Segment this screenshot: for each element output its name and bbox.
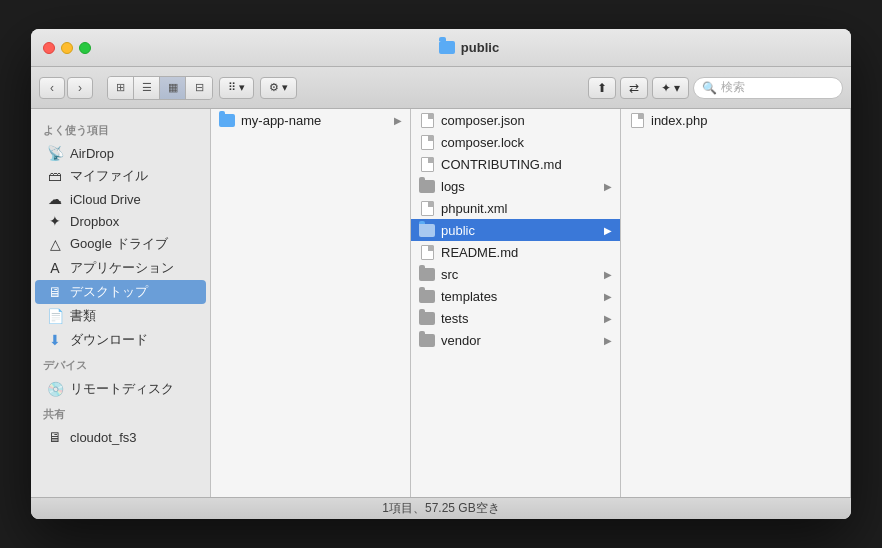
file-item-tests[interactable]: tests ▶ xyxy=(411,307,620,329)
desktop-icon: 🖥 xyxy=(47,284,63,300)
airdrop-icon: 📡 xyxy=(47,145,63,161)
file-item-index-php[interactable]: index.php xyxy=(621,109,850,131)
maximize-button[interactable] xyxy=(79,42,91,54)
folder-icon xyxy=(419,223,435,237)
arrow-icon: ▶ xyxy=(604,291,612,302)
file-pane-1: my-app-name ▶ xyxy=(211,109,411,497)
sidebar-item-label: AirDrop xyxy=(70,146,114,161)
arrow-icon: ▶ xyxy=(604,335,612,346)
file-item-templates[interactable]: templates ▶ xyxy=(411,285,620,307)
dropbox-button[interactable]: ✦ ▾ xyxy=(652,77,689,99)
arrow-icon: ▶ xyxy=(394,115,402,126)
file-pane-2: composer.json composer.lock CONTRIBUTING… xyxy=(411,109,621,497)
sidebar-item-label: cloudot_fs3 xyxy=(70,430,137,445)
window-title: public xyxy=(99,40,839,55)
action-button[interactable]: ⚙ ▾ xyxy=(260,77,297,99)
shared-icon: 🖥 xyxy=(47,429,63,445)
file-item-src[interactable]: src ▶ xyxy=(411,263,620,285)
sidebar-item-label: iCloud Drive xyxy=(70,192,141,207)
remotedisk-icon: 💿 xyxy=(47,381,63,397)
folder-icon xyxy=(219,113,235,127)
sidebar: よく使う項目 📡 AirDrop 🗃 マイファイル ☁ iCloud Drive… xyxy=(31,109,211,497)
file-pane-3: index.php xyxy=(621,109,851,497)
file-item-phpunit[interactable]: phpunit.xml xyxy=(411,197,620,219)
arrange-icon: ⠿ xyxy=(228,81,236,94)
file-item-composer-lock[interactable]: composer.lock xyxy=(411,131,620,153)
file-item-contributing[interactable]: CONTRIBUTING.md xyxy=(411,153,620,175)
titlebar: public xyxy=(31,29,851,67)
file-item-public[interactable]: public ▶ xyxy=(411,219,620,241)
search-box[interactable]: 🔍 検索 xyxy=(693,77,843,99)
traffic-lights xyxy=(43,42,91,54)
dropbox-chevron: ▾ xyxy=(674,81,680,95)
file-item-readme[interactable]: README.md xyxy=(411,241,620,263)
nav-buttons: ‹ › xyxy=(39,77,93,99)
doc-icon xyxy=(419,245,435,259)
dropbox-sidebar-icon: ✦ xyxy=(47,213,63,229)
sidebar-item-cloudot[interactable]: 🖥 cloudot_fs3 xyxy=(35,426,206,448)
sidebar-section-devices-header: デバイス xyxy=(31,352,210,377)
close-button[interactable] xyxy=(43,42,55,54)
folder-icon xyxy=(419,333,435,347)
sidebar-item-googledrive[interactable]: △ Google ドライブ xyxy=(35,232,206,256)
sidebar-item-documents[interactable]: 📄 書類 xyxy=(35,304,206,328)
toolbar: ‹ › ⊞ ☰ ▦ ⊟ ⠿ ▾ ⚙ ▾ ⬆ ⇄ ✦ ▾ xyxy=(31,67,851,109)
icon-view-button[interactable]: ⊞ xyxy=(108,77,134,99)
sidebar-item-icloud[interactable]: ☁ iCloud Drive xyxy=(35,188,206,210)
sidebar-item-label: 書類 xyxy=(70,307,96,325)
documents-icon: 📄 xyxy=(47,308,63,324)
sidebar-item-myfiles[interactable]: 🗃 マイファイル xyxy=(35,164,206,188)
arrange-button[interactable]: ⠿ ▾ xyxy=(219,77,254,99)
sidebar-item-label: Google ドライブ xyxy=(70,235,168,253)
folder-icon xyxy=(419,289,435,303)
sidebar-item-label: リモートディスク xyxy=(70,380,174,398)
share-button[interactable]: ⬆ xyxy=(588,77,616,99)
doc-icon xyxy=(419,135,435,149)
sidebar-item-airdrop[interactable]: 📡 AirDrop xyxy=(35,142,206,164)
arrow-icon: ▶ xyxy=(604,181,612,192)
arrange-chevron: ▾ xyxy=(239,81,245,94)
folder-icon xyxy=(419,267,435,281)
arrow-icon: ▶ xyxy=(604,313,612,324)
arrow-icon: ▶ xyxy=(604,225,612,236)
share-area: ⬆ ⇄ ✦ ▾ 🔍 検索 xyxy=(588,77,843,99)
doc-icon xyxy=(419,157,435,171)
file-item-vendor[interactable]: vendor ▶ xyxy=(411,329,620,351)
file-item-myappname[interactable]: my-app-name ▶ xyxy=(211,109,410,131)
doc-icon xyxy=(419,201,435,215)
sidebar-item-desktop[interactable]: 🖥 デスクトップ xyxy=(35,280,206,304)
cover-view-button[interactable]: ⊟ xyxy=(186,77,212,99)
sidebar-item-dropbox[interactable]: ✦ Dropbox xyxy=(35,210,206,232)
column-view-button[interactable]: ▦ xyxy=(160,77,186,99)
tag-icon: ⇄ xyxy=(629,81,639,95)
doc-icon xyxy=(419,113,435,127)
folder-icon xyxy=(419,311,435,325)
googledrive-icon: △ xyxy=(47,236,63,252)
folder-icon xyxy=(419,179,435,193)
sidebar-item-label: ダウンロード xyxy=(70,331,148,349)
file-item-composer-json[interactable]: composer.json xyxy=(411,109,620,131)
forward-button[interactable]: › xyxy=(67,77,93,99)
minimize-button[interactable] xyxy=(61,42,73,54)
search-icon: 🔍 xyxy=(702,81,717,95)
downloads-icon: ⬇ xyxy=(47,332,63,348)
title-folder-icon xyxy=(439,41,455,54)
sidebar-item-remotedisk[interactable]: 💿 リモートディスク xyxy=(35,377,206,401)
file-item-logs[interactable]: logs ▶ xyxy=(411,175,620,197)
sidebar-item-label: デスクトップ xyxy=(70,283,148,301)
share-icon: ⬆ xyxy=(597,81,607,95)
sidebar-item-downloads[interactable]: ⬇ ダウンロード xyxy=(35,328,206,352)
gear-icon: ⚙ xyxy=(269,81,279,94)
sidebar-item-apps[interactable]: A アプリケーション xyxy=(35,256,206,280)
sidebar-section-favorites-header: よく使う項目 xyxy=(31,117,210,142)
list-view-button[interactable]: ☰ xyxy=(134,77,160,99)
sidebar-item-label: Dropbox xyxy=(70,214,119,229)
sidebar-item-label: マイファイル xyxy=(70,167,148,185)
apps-icon: A xyxy=(47,260,63,276)
status-text: 1項目、57.25 GB空き xyxy=(382,500,499,517)
tag-button[interactable]: ⇄ xyxy=(620,77,648,99)
action-chevron: ▾ xyxy=(282,81,288,94)
dropbox-icon: ✦ xyxy=(661,81,671,95)
back-button[interactable]: ‹ xyxy=(39,77,65,99)
icloud-icon: ☁ xyxy=(47,191,63,207)
